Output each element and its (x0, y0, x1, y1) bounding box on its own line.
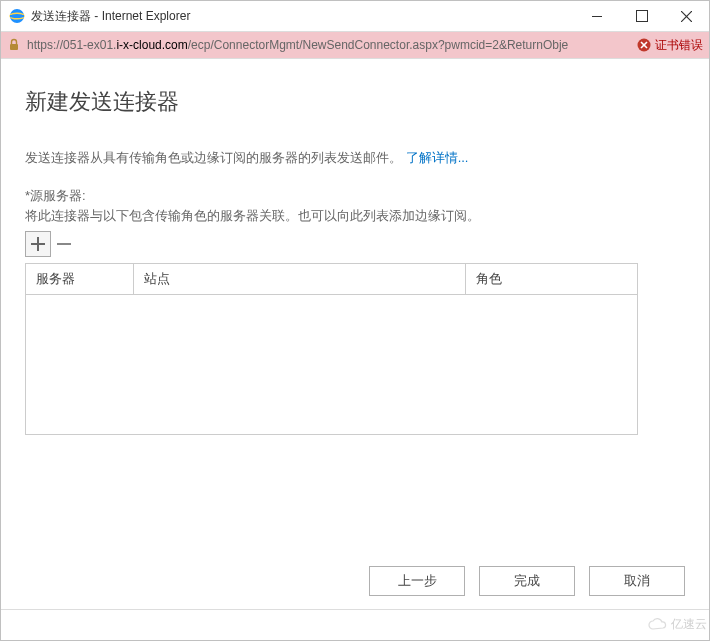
url-text: https://051-ex01.i-x-cloud.com/ecp/Conne… (27, 38, 631, 52)
lock-icon (7, 38, 21, 52)
cert-error-badge[interactable]: 证书错误 (637, 37, 703, 54)
table-header-row: 服务器 站点 角色 (26, 264, 638, 295)
learn-more-link[interactable]: 了解详情... (406, 150, 469, 165)
divider (1, 609, 709, 610)
wizard-footer: 上一步 完成 取消 (369, 566, 685, 596)
remove-button[interactable] (51, 231, 77, 257)
cancel-button[interactable]: 取消 (589, 566, 685, 596)
window-controls (574, 1, 709, 31)
cert-error-label: 证书错误 (655, 37, 703, 54)
watermark: 亿速云 (627, 610, 707, 638)
url-path: /ecp/ConnectorMgmt/NewSendConnector.aspx… (188, 38, 569, 52)
address-bar[interactable]: https://051-ex01.i-x-cloud.com/ecp/Conne… (1, 31, 709, 59)
table-row-empty (26, 295, 638, 435)
back-button[interactable]: 上一步 (369, 566, 465, 596)
finish-button[interactable]: 完成 (479, 566, 575, 596)
close-icon (681, 11, 692, 22)
svg-rect-2 (10, 15, 24, 17)
page-title: 新建发送连接器 (25, 87, 685, 117)
page-content: 新建发送连接器 发送连接器从具有传输角色或边缘订阅的服务器的列表发送邮件。 了解… (1, 59, 709, 435)
ie-icon (9, 8, 25, 24)
window-titlebar: 发送连接器 - Internet Explorer (1, 1, 709, 31)
url-domain: i-x-cloud.com (116, 38, 187, 52)
window-title: 发送连接器 - Internet Explorer (31, 8, 190, 25)
desc-text: 发送连接器从具有传输角色或边缘订阅的服务器的列表发送邮件。 (25, 150, 402, 165)
minimize-button[interactable] (574, 1, 619, 31)
col-role[interactable]: 角色 (466, 264, 638, 295)
url-host-pre: 051-ex01. (63, 38, 116, 52)
minus-icon (57, 243, 71, 245)
page-description: 发送连接器从具有传输角色或边缘订阅的服务器的列表发送邮件。 了解详情... (25, 149, 685, 167)
source-server-desc: 将此连接器与以下包含传输角色的服务器关联。也可以向此列表添加边缘订阅。 (25, 207, 685, 225)
table-toolbar (25, 231, 685, 257)
svg-rect-5 (10, 44, 18, 50)
add-button[interactable] (25, 231, 51, 257)
plus-icon (31, 237, 45, 251)
maximize-button[interactable] (619, 1, 664, 31)
source-server-label: *源服务器: (25, 187, 685, 205)
col-site[interactable]: 站点 (134, 264, 466, 295)
col-server[interactable]: 服务器 (26, 264, 134, 295)
empty-cell (26, 295, 638, 435)
cloud-icon (647, 617, 667, 631)
error-icon (637, 38, 651, 52)
watermark-text: 亿速云 (671, 616, 707, 633)
close-button[interactable] (664, 1, 709, 31)
url-proto: https:// (27, 38, 63, 52)
servers-table: 服务器 站点 角色 (25, 263, 638, 435)
